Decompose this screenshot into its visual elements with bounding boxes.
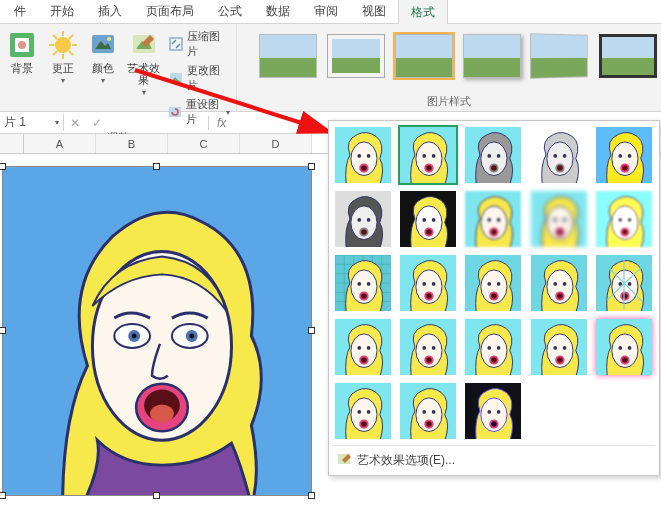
svg-point-120 xyxy=(628,282,632,286)
group-adjust: 背景 更正 ▾ 颜色 ▾ 艺术效果 ▾ xyxy=(0,24,237,111)
svg-point-96 xyxy=(367,282,371,286)
tab-file[interactable]: 件 xyxy=(2,0,38,24)
artistic-effect-thumb[interactable] xyxy=(529,253,589,313)
change-picture-button[interactable]: 更改图片 xyxy=(166,62,232,94)
resize-handle[interactable] xyxy=(0,492,6,499)
tab-view[interactable]: 视图 xyxy=(350,0,398,24)
svg-point-107 xyxy=(488,282,492,286)
selected-picture[interactable] xyxy=(2,166,312,496)
picture-style-item[interactable] xyxy=(599,34,657,78)
tab-page-layout[interactable]: 页面布局 xyxy=(134,0,206,24)
artistic-effect-thumb[interactable] xyxy=(333,253,393,313)
svg-line-8 xyxy=(53,35,57,39)
artistic-effect-thumb[interactable] xyxy=(398,189,458,249)
artistic-effect-thumb[interactable] xyxy=(594,253,654,313)
reset-picture-button[interactable]: 重设图片 ▾ xyxy=(166,96,232,128)
resize-handle[interactable] xyxy=(308,327,315,334)
tab-review[interactable]: 审阅 xyxy=(302,0,350,24)
resize-handle[interactable] xyxy=(0,327,6,334)
svg-point-116 xyxy=(557,293,563,299)
artistic-effect-thumb[interactable] xyxy=(463,317,523,377)
picture-style-item[interactable] xyxy=(395,34,453,78)
resize-handle[interactable] xyxy=(153,163,160,170)
svg-point-77 xyxy=(488,218,492,222)
svg-point-149 xyxy=(557,357,563,363)
picture-style-item[interactable] xyxy=(327,34,385,78)
svg-point-42 xyxy=(432,154,436,158)
svg-point-167 xyxy=(426,421,432,427)
tab-data[interactable]: 数据 xyxy=(254,0,302,24)
svg-point-104 xyxy=(426,293,432,299)
change-picture-label: 更改图片 xyxy=(187,63,230,93)
svg-point-147 xyxy=(562,346,566,350)
svg-point-159 xyxy=(367,410,371,414)
group-picture-styles: 图片样式 xyxy=(237,24,661,111)
artistic-effect-thumb[interactable] xyxy=(333,317,393,377)
svg-line-9 xyxy=(69,51,73,55)
reset-picture-label: 重设图片 xyxy=(186,97,222,127)
artistic-effect-thumb[interactable] xyxy=(398,381,458,441)
column-header[interactable]: C xyxy=(168,134,240,153)
column-header[interactable]: D xyxy=(240,134,312,153)
chevron-down-icon: ▾ xyxy=(226,108,230,117)
color-button[interactable]: 颜色 ▾ xyxy=(85,26,121,85)
remove-background-button[interactable]: 背景 xyxy=(4,26,40,74)
group-styles-label: 图片样式 xyxy=(241,92,657,111)
svg-point-84 xyxy=(562,218,566,222)
artistic-effect-thumb[interactable] xyxy=(333,189,393,249)
artistic-effect-thumb[interactable] xyxy=(463,381,523,441)
artistic-effect-thumb[interactable] xyxy=(529,189,589,249)
svg-point-101 xyxy=(423,282,427,286)
svg-point-53 xyxy=(553,154,557,158)
artistic-effects-options-button[interactable]: 艺术效果选项(E)... xyxy=(333,445,655,471)
corrections-button[interactable]: 更正 ▾ xyxy=(44,26,80,85)
artistic-effect-thumb[interactable] xyxy=(529,317,589,377)
compress-pictures-button[interactable]: 压缩图片 xyxy=(166,28,232,60)
artistic-effect-thumb[interactable] xyxy=(333,381,393,441)
svg-point-14 xyxy=(107,37,111,41)
svg-point-59 xyxy=(618,154,622,158)
svg-point-92 xyxy=(622,229,628,235)
svg-point-140 xyxy=(488,346,492,350)
picture-style-item[interactable] xyxy=(463,34,521,78)
artistic-effect-thumb[interactable] xyxy=(398,317,458,377)
svg-point-66 xyxy=(367,218,371,222)
tab-format[interactable]: 格式 xyxy=(398,0,448,26)
artistic-effect-thumb[interactable] xyxy=(463,189,523,249)
picture-styles-gallery[interactable] xyxy=(241,26,657,78)
resize-handle[interactable] xyxy=(308,163,315,170)
artistic-effect-thumb[interactable] xyxy=(398,125,458,185)
svg-point-158 xyxy=(357,410,361,414)
artistic-effect-thumb[interactable] xyxy=(463,253,523,313)
options-icon xyxy=(337,452,351,469)
artistic-effect-thumb[interactable] xyxy=(594,189,654,249)
picture-style-item[interactable] xyxy=(530,33,588,79)
column-header[interactable]: B xyxy=(96,134,168,153)
resize-handle[interactable] xyxy=(308,492,315,499)
tab-formulas[interactable]: 公式 xyxy=(206,0,254,24)
artistic-effect-thumb[interactable] xyxy=(594,317,654,377)
artistic-effect-thumb[interactable] xyxy=(333,125,393,185)
select-all-corner[interactable] xyxy=(0,134,24,153)
svg-point-114 xyxy=(562,282,566,286)
artistic-effect-thumb[interactable] xyxy=(529,125,589,185)
tab-home[interactable]: 开始 xyxy=(38,0,86,24)
resize-handle[interactable] xyxy=(153,492,160,499)
picture-style-item[interactable] xyxy=(259,34,317,78)
artistic-effects-button[interactable]: 艺术效果 ▾ xyxy=(125,26,161,97)
resize-handle[interactable] xyxy=(0,163,6,170)
svg-point-54 xyxy=(562,154,566,158)
chevron-down-icon: ▾ xyxy=(61,76,65,85)
artistic-effect-thumb[interactable] xyxy=(594,125,654,185)
svg-point-152 xyxy=(618,346,622,350)
chevron-down-icon: ▾ xyxy=(142,88,146,97)
svg-point-41 xyxy=(423,154,427,158)
column-header[interactable]: A xyxy=(24,134,96,153)
ribbon-tabs: 件 开始 插入 页面布局 公式 数据 审阅 视图 格式 xyxy=(0,0,661,24)
artistic-effect-thumb[interactable] xyxy=(463,125,523,185)
artistic-effect-thumb[interactable] xyxy=(398,253,458,313)
svg-point-62 xyxy=(622,165,628,171)
svg-point-108 xyxy=(497,282,501,286)
tab-insert[interactable]: 插入 xyxy=(86,0,134,24)
corrections-label: 更正 xyxy=(52,62,74,74)
